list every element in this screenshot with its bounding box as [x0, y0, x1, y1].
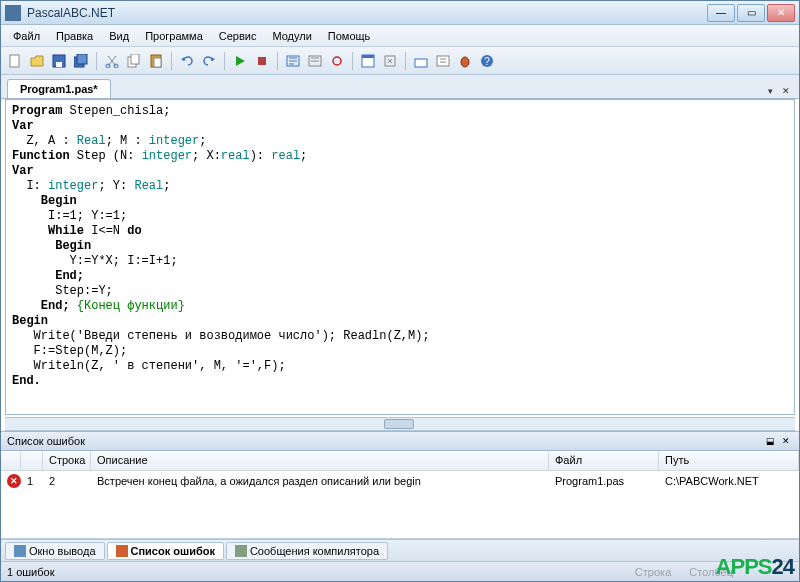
code-text: ): [250, 149, 272, 163]
maximize-button[interactable]: ▭ [737, 4, 765, 22]
code-comment: {Конец функции} [77, 299, 185, 313]
open-file-icon[interactable] [27, 51, 47, 71]
menu-program[interactable]: Программа [137, 28, 211, 44]
compiler-icon [235, 545, 247, 557]
redo-icon[interactable] [199, 51, 219, 71]
output-icon [14, 545, 26, 557]
code-editor[interactable]: Program Stepen_chisla; Var Z, A : Real; … [5, 99, 795, 415]
code-kw: Begin [12, 314, 48, 328]
scroll-thumb[interactable] [384, 419, 414, 429]
compile-icon[interactable] [380, 51, 400, 71]
undo-icon[interactable] [177, 51, 197, 71]
pin-icon[interactable]: ⬓ [763, 434, 777, 448]
code-text: I:=1; Y:=1; [12, 209, 127, 223]
error-num: 1 [21, 473, 43, 489]
error-line: 2 [43, 473, 91, 489]
menu-help[interactable]: Помощь [320, 28, 379, 44]
status-error-count: 1 ошибок [7, 566, 55, 578]
error-path: C:\PABCWork.NET [659, 473, 799, 489]
code-kw: Begin [12, 239, 91, 253]
svg-rect-4 [77, 54, 87, 64]
code-type: integer [48, 179, 98, 193]
col-path[interactable]: Путь [659, 451, 799, 470]
menu-edit[interactable]: Правка [48, 28, 101, 44]
svg-rect-11 [258, 57, 266, 65]
svg-point-20 [461, 57, 469, 67]
splitter[interactable] [5, 417, 795, 431]
code-kw: Var [12, 119, 34, 133]
svg-rect-10 [154, 58, 161, 67]
code-kw: End; [12, 269, 84, 283]
error-row[interactable]: ✕ 1 2 Встречен конец файла, а ожидался р… [1, 471, 799, 491]
menu-view[interactable]: Вид [101, 28, 137, 44]
separator [171, 52, 172, 70]
run-icon[interactable] [230, 51, 250, 71]
code-type: integer [142, 149, 192, 163]
svg-rect-2 [56, 62, 62, 67]
col-line[interactable]: Строка [43, 451, 91, 470]
code-text: Y:=Y*X; I:=I+1; [12, 254, 178, 268]
code-type: Real [134, 179, 163, 193]
editor-tab[interactable]: Program1.pas* [7, 79, 111, 98]
svg-rect-19 [437, 56, 449, 66]
code-text: Write('Введи степень и возводимое число'… [12, 329, 430, 343]
code-text: ; [300, 149, 307, 163]
col-desc[interactable]: Описание [91, 451, 549, 470]
tab-close-icon[interactable]: ✕ [779, 84, 793, 98]
col-icon[interactable] [1, 451, 21, 470]
tab-dropdown-icon[interactable]: ▾ [763, 84, 777, 98]
status-col-label: Столбец [689, 566, 733, 578]
svg-rect-8 [131, 54, 139, 64]
code-kw: do [127, 224, 141, 238]
code-text [12, 224, 48, 238]
copy-icon[interactable] [124, 51, 144, 71]
code-text: ; [199, 134, 206, 148]
editor-tab-row: Program1.pas* ▾ ✕ [1, 75, 799, 99]
watch-icon[interactable] [433, 51, 453, 71]
code-kw: End; [12, 299, 77, 313]
form-designer-icon[interactable] [358, 51, 378, 71]
code-text: ; [163, 179, 170, 193]
minimize-button[interactable]: — [707, 4, 735, 22]
svg-rect-0 [10, 55, 19, 67]
code-text: F:=Step(M,Z); [12, 344, 127, 358]
new-file-icon[interactable] [5, 51, 25, 71]
code-kw: Program [12, 104, 62, 118]
col-file[interactable]: Файл [549, 451, 659, 470]
panel-close-icon[interactable]: ✕ [779, 434, 793, 448]
breakpoint-icon[interactable] [327, 51, 347, 71]
stop-icon[interactable] [252, 51, 272, 71]
code-type: real [221, 149, 250, 163]
app-window: PascalABC.NET — ▭ ✕ Файл Правка Вид Прог… [0, 0, 800, 582]
close-button[interactable]: ✕ [767, 4, 795, 22]
tab-output-label: Окно вывода [29, 545, 96, 557]
separator [352, 52, 353, 70]
step-over-icon[interactable] [305, 51, 325, 71]
tab-errors[interactable]: Список ошибок [107, 542, 224, 560]
save-icon[interactable] [49, 51, 69, 71]
tab-compiler[interactable]: Сообщения компилятора [226, 542, 388, 560]
tab-output[interactable]: Окно вывода [5, 542, 105, 560]
menu-service[interactable]: Сервис [211, 28, 265, 44]
help-icon[interactable]: ? [477, 51, 497, 71]
code-text: ; M : [106, 134, 149, 148]
error-icon: ✕ [7, 474, 21, 488]
tab-errors-label: Список ошибок [131, 545, 215, 557]
separator [405, 52, 406, 70]
menu-file[interactable]: Файл [5, 28, 48, 44]
code-type: real [271, 149, 300, 163]
code-text: Stepen_chisla; [62, 104, 170, 118]
error-desc: Встречен конец файла, а ожидался раздел … [91, 473, 549, 489]
output-panel-icon[interactable] [411, 51, 431, 71]
debug-icon[interactable] [455, 51, 475, 71]
code-text: I: [12, 179, 48, 193]
window-title: PascalABC.NET [27, 6, 707, 20]
step-into-icon[interactable] [283, 51, 303, 71]
code-text: Writeln(Z, ' в степени', M, '=',F); [12, 359, 286, 373]
paste-icon[interactable] [146, 51, 166, 71]
col-num[interactable] [21, 451, 43, 470]
menu-modules[interactable]: Модули [264, 28, 319, 44]
save-all-icon[interactable] [71, 51, 91, 71]
cut-icon[interactable] [102, 51, 122, 71]
code-text: ; Y: [98, 179, 134, 193]
